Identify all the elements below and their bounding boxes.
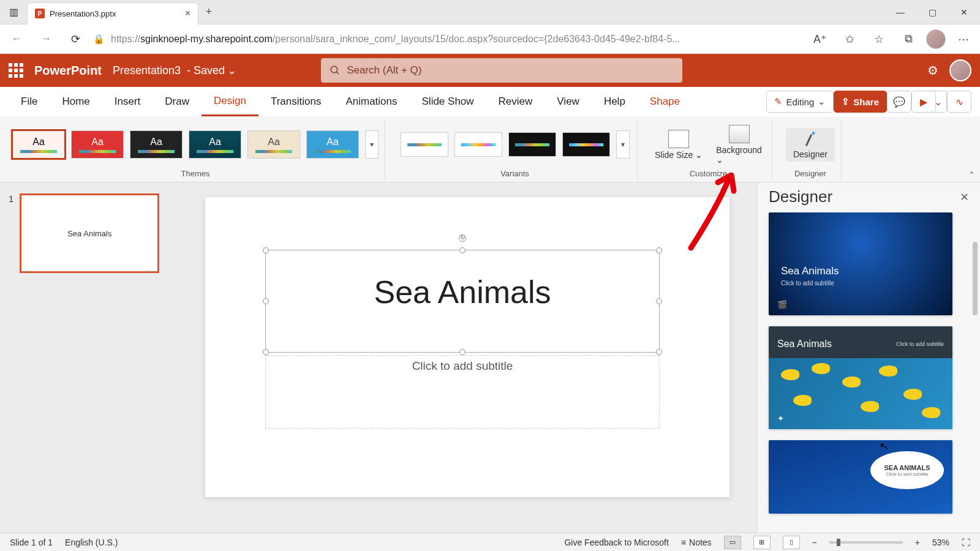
subtitle-placeholder[interactable]: Click to add subtitle	[265, 355, 660, 429]
tab-draw[interactable]: Draw	[153, 87, 202, 116]
present-dropdown[interactable]: ⌄	[930, 91, 947, 113]
tab-actions-icon[interactable]: ▥	[0, 0, 27, 24]
thumbnail-number: 1	[9, 193, 13, 204]
chevron-down-icon: ⌄	[818, 96, 826, 107]
close-window-icon[interactable]: ✕	[948, 0, 980, 24]
comments-button[interactable]: 💬	[887, 91, 911, 113]
designer-suggestions-list[interactable]: Sea Animals Click to add subtitle 🎬 Sea …	[758, 212, 980, 533]
scrollbar-thumb[interactable]	[973, 242, 978, 315]
close-pane-icon[interactable]: ✕	[960, 190, 969, 204]
slide-canvas[interactable]: Sea Animals Click to add subtitle	[178, 182, 757, 533]
url-field[interactable]: https://sginknoepl-my.sharepoint.com/per…	[111, 34, 802, 45]
theme-tile[interactable]: Aa	[189, 130, 241, 159]
favorites-icon[interactable]: ☆	[867, 28, 891, 51]
theme-tile[interactable]: Aa	[247, 130, 300, 159]
resize-handle[interactable]	[656, 298, 662, 304]
design-suggestion[interactable]: Sea Animals Click to add subtitle 🎬	[769, 212, 952, 315]
resize-handle[interactable]	[263, 349, 269, 355]
feedback-link[interactable]: Give Feedback to Microsoft	[564, 538, 668, 547]
share-icon: ⇪	[842, 96, 850, 107]
theme-office[interactable]: Aa	[12, 130, 65, 159]
design-suggestion[interactable]: SEA ANIMALSClick to add subtitle	[769, 440, 952, 514]
variant-tile[interactable]	[508, 132, 556, 157]
slide[interactable]: Sea Animals Click to add subtitle	[205, 197, 729, 497]
browser-tab[interactable]: P Presentation3.pptx ×	[27, 2, 198, 24]
variant-tile[interactable]	[454, 132, 502, 157]
app-launcher-icon[interactable]	[9, 63, 23, 78]
theme-tile[interactable]: Aa	[306, 130, 359, 159]
tab-slideshow[interactable]: Slide Show	[410, 87, 486, 116]
slide-counter[interactable]: Slide 1 of 1	[10, 538, 53, 547]
sorter-view-icon[interactable]: ⊞	[753, 536, 771, 549]
zoom-slider[interactable]	[829, 541, 903, 544]
refresh-icon[interactable]: ⟳	[64, 28, 87, 51]
group-label-designer: Designer	[794, 169, 826, 181]
app-header: PowerPoint Presentation3 - Saved ⌄ Searc…	[0, 54, 980, 87]
slide-size-button[interactable]: Slide Size ⌄	[651, 129, 706, 161]
tab-transitions[interactable]: Transitions	[258, 87, 334, 116]
add-favorite-icon[interactable]: ✩	[838, 28, 861, 51]
editing-mode-button[interactable]: ✎Editing⌄	[766, 91, 834, 113]
resize-handle[interactable]	[656, 247, 662, 253]
design-suggestion[interactable]: Sea Animals Click to add subtitle ✦	[769, 326, 952, 429]
rotate-handle[interactable]	[459, 234, 466, 242]
app-name: PowerPoint	[34, 64, 102, 78]
tab-insert[interactable]: Insert	[102, 87, 153, 116]
pencil-icon: ✎	[774, 96, 782, 107]
resize-handle[interactable]	[459, 349, 466, 355]
resize-handle[interactable]	[459, 247, 466, 253]
variant-tile[interactable]	[562, 132, 610, 157]
document-title[interactable]: Presentation3 - Saved ⌄	[113, 64, 236, 77]
notes-button[interactable]: ≡Notes	[681, 538, 712, 547]
activity-button[interactable]: ∿	[947, 91, 971, 113]
new-tab-button[interactable]: +	[198, 6, 219, 18]
tab-design[interactable]: Design	[202, 87, 258, 116]
minimize-icon[interactable]: ―	[884, 0, 916, 24]
resize-handle[interactable]	[263, 298, 269, 304]
fit-to-window-icon[interactable]: ⛶	[962, 538, 970, 547]
settings-gear-icon[interactable]: ⚙	[927, 63, 938, 78]
theme-tile[interactable]: Aa	[71, 130, 124, 159]
variants-more-dropdown[interactable]: ▾	[616, 130, 630, 159]
site-info-icon[interactable]: 🔒	[93, 34, 105, 45]
tab-review[interactable]: Review	[486, 87, 545, 116]
resize-handle[interactable]	[263, 247, 269, 253]
read-aloud-icon[interactable]: A⁺	[809, 28, 832, 51]
tab-view[interactable]: View	[545, 87, 592, 116]
user-avatar[interactable]	[949, 59, 971, 81]
main-area: 1 Sea Animals Sea Animals Click to add s…	[0, 182, 980, 533]
browser-menu-icon[interactable]: ⋯	[952, 28, 975, 51]
collections-icon[interactable]: ⧉	[897, 28, 920, 51]
share-button[interactable]: ⇪Share	[834, 91, 887, 113]
zoom-level[interactable]: 53%	[932, 538, 949, 547]
close-tab-icon[interactable]: ×	[185, 8, 190, 19]
designer-button[interactable]: Designer	[786, 128, 835, 162]
group-label-variants: Variants	[500, 169, 529, 181]
search-input[interactable]: Search (Alt + Q)	[321, 58, 682, 83]
slide-title-text[interactable]: Sea Animals	[266, 250, 659, 310]
slide-thumbnail[interactable]: Sea Animals	[20, 193, 159, 273]
tab-animations[interactable]: Animations	[333, 87, 409, 116]
language-indicator[interactable]: English (U.S.)	[65, 538, 118, 547]
tab-home[interactable]: Home	[50, 87, 102, 116]
background-button[interactable]: Background⌄	[712, 124, 766, 166]
tab-shape[interactable]: Shape	[638, 87, 692, 116]
theme-tile[interactable]: Aa	[130, 130, 183, 159]
reading-view-icon[interactable]: ▯	[783, 536, 800, 549]
maximize-icon[interactable]: ▢	[916, 0, 948, 24]
normal-view-icon[interactable]: ▭	[724, 536, 741, 549]
title-placeholder[interactable]: Sea Animals	[265, 250, 660, 353]
thumbnail-row[interactable]: 1 Sea Animals	[9, 193, 169, 273]
resize-handle[interactable]	[656, 349, 662, 355]
browser-profile-avatar[interactable]	[926, 29, 946, 49]
zoom-out-button[interactable]: −	[812, 538, 817, 547]
slide-size-icon	[668, 130, 689, 148]
collapse-ribbon-icon[interactable]: ⌃	[968, 170, 975, 179]
back-icon[interactable]: ←	[5, 28, 28, 51]
themes-more-dropdown[interactable]: ▾	[365, 130, 379, 159]
tab-help[interactable]: Help	[592, 87, 638, 116]
tab-file[interactable]: File	[9, 87, 50, 116]
variant-tile[interactable]	[401, 132, 448, 157]
slide-thumbnail-pane[interactable]: 1 Sea Animals	[0, 182, 178, 533]
zoom-in-button[interactable]: +	[915, 538, 920, 547]
